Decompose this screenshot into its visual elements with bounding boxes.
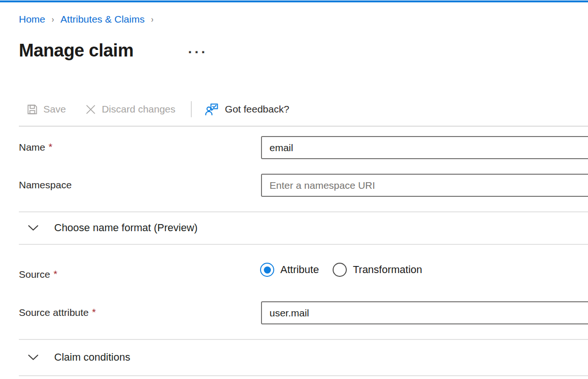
required-asterisk: * bbox=[49, 141, 52, 152]
discard-changes-button[interactable]: Discard changes bbox=[85, 104, 175, 115]
radio-unselected-icon bbox=[333, 263, 347, 277]
chevron-down-icon bbox=[28, 354, 39, 361]
radio-option-label: Attribute bbox=[280, 264, 319, 276]
claim-conditions-label: Claim conditions bbox=[54, 351, 130, 363]
page-title: Manage claim bbox=[19, 40, 133, 61]
required-asterisk: * bbox=[92, 306, 96, 317]
dismiss-icon bbox=[85, 104, 97, 115]
namespace-label: Namespace bbox=[19, 179, 72, 191]
toolbar-divider bbox=[19, 126, 588, 127]
name-label: Name* bbox=[19, 142, 52, 153]
chevron-down-icon bbox=[28, 225, 39, 231]
save-button[interactable]: Save bbox=[26, 103, 66, 116]
radio-option-attribute[interactable]: Attribute bbox=[260, 263, 324, 277]
choose-name-format-section-header[interactable]: Choose name format (Preview) bbox=[19, 212, 588, 243]
save-label: Save bbox=[43, 104, 66, 115]
radio-option-transformation[interactable]: Transformation bbox=[333, 263, 427, 277]
radio-selected-icon bbox=[260, 263, 274, 277]
namespace-input[interactable] bbox=[261, 174, 588, 197]
command-bar: Save Discard changes Got feedback? bbox=[19, 98, 588, 120]
discard-changes-label: Discard changes bbox=[102, 104, 175, 115]
blade-top-accent-bar bbox=[0, 0, 588, 2]
section-divider bbox=[19, 375, 588, 376]
toolbar-separator bbox=[191, 101, 192, 117]
source-label: Source* bbox=[19, 269, 57, 280]
breadcrumb-separator-icon: › bbox=[151, 14, 154, 24]
radio-option-label: Transformation bbox=[353, 264, 422, 276]
breadcrumb-link-attributes-claims[interactable]: Attributes & Claims bbox=[60, 14, 145, 25]
feedback-person-icon bbox=[205, 102, 219, 116]
breadcrumb-separator-icon: › bbox=[52, 14, 54, 24]
got-feedback-button[interactable]: Got feedback? bbox=[205, 102, 289, 116]
save-icon bbox=[26, 103, 39, 116]
source-attribute-label: Source attribute* bbox=[19, 307, 96, 318]
claim-conditions-section-header[interactable]: Claim conditions bbox=[19, 340, 588, 375]
breadcrumb: Home › Attributes & Claims › bbox=[19, 14, 154, 25]
got-feedback-label: Got feedback? bbox=[225, 104, 289, 115]
source-radio-group: Attribute Transformation bbox=[260, 263, 436, 277]
choose-name-format-label: Choose name format (Preview) bbox=[54, 222, 197, 234]
manage-claim-blade: Home › Attributes & Claims › Manage clai… bbox=[0, 0, 588, 379]
source-attribute-input[interactable] bbox=[261, 301, 588, 324]
name-input[interactable] bbox=[261, 136, 588, 159]
section-divider bbox=[19, 244, 588, 245]
breadcrumb-link-home[interactable]: Home bbox=[19, 14, 45, 25]
more-options-icon[interactable]: ··· bbox=[188, 45, 208, 59]
required-asterisk: * bbox=[54, 268, 57, 279]
